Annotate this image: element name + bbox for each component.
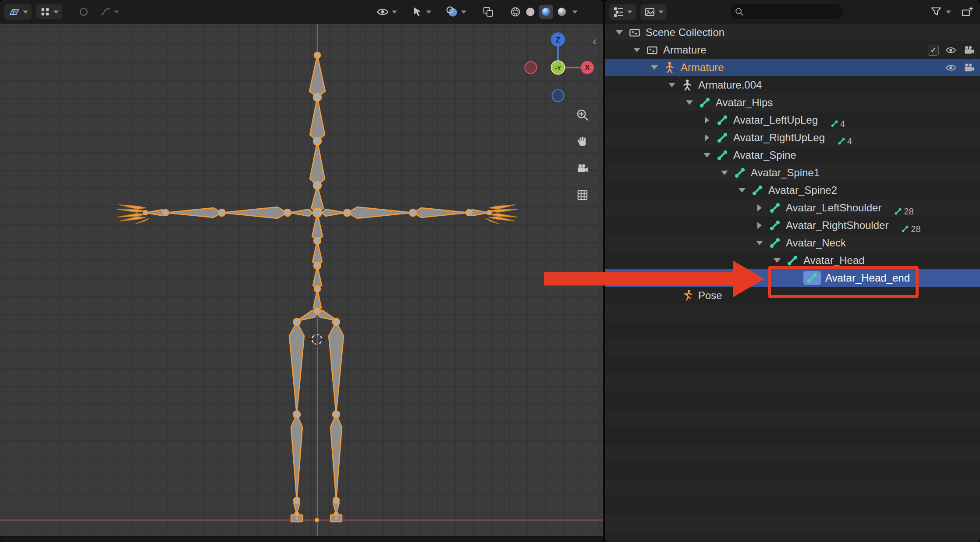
armature-data-icon xyxy=(681,78,694,92)
outliner-row-armature-collection[interactable]: Armature ✓ xyxy=(605,41,980,59)
svg-text:-Y: -Y xyxy=(555,64,561,71)
chevron-down-icon xyxy=(23,11,28,14)
bone-icon xyxy=(716,131,729,144)
bone-icon xyxy=(830,119,839,128)
outliner-row-scene-collection[interactable]: Scene Collection xyxy=(605,24,980,41)
outliner-row-armature-data[interactable]: Armature.004 xyxy=(605,76,980,94)
chevron-down-icon[interactable] xyxy=(946,11,951,14)
outliner-row-avatar-leftupleg[interactable]: Avatar_LeftUpLeg 4 xyxy=(605,111,980,129)
shading-wireframe-icon[interactable] xyxy=(509,6,522,18)
search-input[interactable] xyxy=(748,6,839,18)
outliner-row-avatar-leftshoulder[interactable]: Avatar_LeftShoulder 28 xyxy=(605,199,980,217)
toggle-grid-button[interactable] xyxy=(573,185,592,205)
chevron-down-icon[interactable] xyxy=(572,11,578,14)
disclosure-triangle[interactable] xyxy=(646,59,663,76)
disclosure-spacer xyxy=(663,287,681,304)
row-label: Avatar_RightShoulder xyxy=(786,219,888,232)
shading-material-preview-icon[interactable] xyxy=(539,5,553,19)
disclosure-triangle[interactable] xyxy=(751,199,768,217)
outliner-editor-type-dropdown[interactable] xyxy=(609,4,636,20)
bone-icon xyxy=(901,225,909,233)
camera-icon[interactable] xyxy=(963,44,975,56)
disclosure-triangle[interactable] xyxy=(628,41,646,59)
disclosure-triangle[interactable] xyxy=(733,182,751,199)
bone-count-badge: 28 xyxy=(894,207,913,217)
display-mode-image-icon xyxy=(644,6,656,18)
chevron-down-icon xyxy=(658,11,664,14)
outliner-row-avatar-rightshoulder[interactable]: Avatar_RightShoulder 28 xyxy=(605,217,980,234)
disclosure-triangle[interactable] xyxy=(681,94,698,111)
chevron-down-icon xyxy=(461,11,466,14)
row-label: Armature xyxy=(663,44,707,56)
checkbox-checked[interactable]: ✓ xyxy=(928,45,939,56)
row-label: Avatar_RightUpLeg xyxy=(733,132,825,144)
proportional-falloff-dropdown[interactable] xyxy=(96,4,123,20)
outliner-row-avatar-spine[interactable]: Avatar_Spine xyxy=(605,146,980,164)
row-toggles: ✓ xyxy=(928,41,975,59)
object-origin-dot xyxy=(315,518,319,522)
gizmos-dropdown[interactable] xyxy=(411,6,431,18)
camera-icon[interactable] xyxy=(963,62,975,74)
mode-dropdown[interactable] xyxy=(36,4,62,19)
shading-rendered-icon[interactable] xyxy=(556,6,568,18)
filter-funnel-icon[interactable] xyxy=(930,6,942,18)
new-collection-icon[interactable] xyxy=(961,5,974,18)
row-toggles xyxy=(945,59,975,76)
outliner-display-mode-dropdown[interactable] xyxy=(640,4,667,20)
editor-type-dropdown[interactable] xyxy=(4,4,32,20)
overlays-icon xyxy=(445,5,458,18)
overlays-dropdown[interactable] xyxy=(445,5,466,18)
viewport-bottom-strip xyxy=(0,536,603,542)
armature-object-icon xyxy=(663,61,676,74)
sidebar-collapse-arrow[interactable]: ‹ xyxy=(593,34,597,48)
gizmo-neg-x-ball xyxy=(525,62,537,74)
mode-grid-icon xyxy=(39,6,51,18)
row-label: Avatar_Head xyxy=(803,254,865,267)
show-gizmos-dropdown[interactable] xyxy=(376,5,397,18)
outliner-editor-icon xyxy=(613,6,625,18)
outliner-row-avatar-hips[interactable]: Avatar_Hips xyxy=(605,94,980,111)
outliner-row-avatar-neck[interactable]: Avatar_Neck xyxy=(605,234,980,252)
eye-icon[interactable] xyxy=(945,62,957,74)
eye-icon[interactable] xyxy=(945,44,957,56)
disclosure-triangle[interactable] xyxy=(611,24,628,41)
disclosure-triangle[interactable] xyxy=(698,111,716,129)
outliner-row-armature-object[interactable]: Armature xyxy=(605,59,980,76)
disclosure-triangle[interactable] xyxy=(751,217,768,234)
chevron-down-icon xyxy=(392,11,397,14)
zoom-button[interactable] xyxy=(573,105,592,125)
disclosure-triangle[interactable] xyxy=(698,129,716,146)
outliner-row-avatar-spine1[interactable]: Avatar_Spine1 xyxy=(605,164,980,182)
row-label: Avatar_Spine xyxy=(733,149,796,161)
bone-count-badge: 28 xyxy=(901,224,920,234)
proportional-editing-icon[interactable] xyxy=(78,6,89,18)
row-label: Avatar_LeftUpLeg xyxy=(733,114,818,126)
disclosure-triangle[interactable] xyxy=(698,146,716,164)
row-label: Pose xyxy=(698,289,722,302)
3d-viewport[interactable]: Z X -Y xyxy=(0,0,603,542)
pan-hand-button[interactable] xyxy=(573,132,592,151)
outliner-search-box[interactable] xyxy=(730,4,843,19)
viewport-header xyxy=(0,0,603,24)
disclosure-triangle[interactable] xyxy=(716,164,733,182)
shading-solid-icon[interactable] xyxy=(524,6,536,18)
svg-text:X: X xyxy=(585,64,590,71)
row-label: Scene Collection xyxy=(646,26,724,39)
navigation-gizmo[interactable]: Z X -Y xyxy=(522,28,603,107)
search-icon xyxy=(735,7,744,17)
bone-icon xyxy=(716,114,729,127)
chevron-down-icon xyxy=(426,11,431,14)
outliner-row-avatar-rightupleg[interactable]: Avatar_RightUpLeg 4 xyxy=(605,129,980,146)
svg-text:Z: Z xyxy=(556,36,560,44)
bone-icon xyxy=(894,207,902,216)
bone-icon xyxy=(786,254,799,267)
disclosure-triangle[interactable] xyxy=(663,76,681,94)
camera-view-button[interactable] xyxy=(573,159,592,178)
disclosure-triangle[interactable] xyxy=(751,234,768,252)
outliner-row-avatar-spine2[interactable]: Avatar_Spine2 xyxy=(605,182,980,199)
viewport-canvas[interactable]: Z X -Y xyxy=(0,24,603,537)
row-label: Avatar_Spine1 xyxy=(751,167,820,179)
toggle-xray-icon[interactable] xyxy=(482,6,494,18)
blender-window: Z X -Y xyxy=(0,0,980,542)
viewport-shading-group xyxy=(509,5,578,19)
